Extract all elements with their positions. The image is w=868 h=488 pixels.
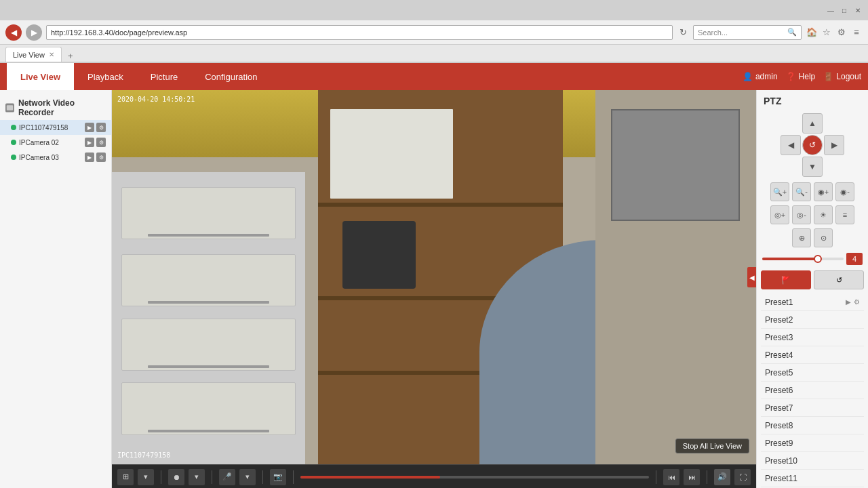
separator-4 [293,470,294,484]
ptz-speed-slider[interactable] [762,258,844,260]
drawer-3 [121,319,296,371]
snapshot-btn[interactable]: 📷 [270,469,286,485]
ptz-zoom-row-2: ◎+ ◎- ☀ ≡ [761,205,864,224]
main-content: Network Video Recorder IPC1107479158 ▶ ⚙… [0,90,868,488]
ptz-wiper-btn[interactable]: ≡ [835,205,854,224]
camera-icons-1: ▶ ⚙ [85,123,106,132]
stop-live-view-btn[interactable]: Stop All Live View [675,439,749,453]
nav-playback[interactable]: Playback [74,63,137,90]
camera-status-dot-2 [11,140,16,145]
ptz-right-btn[interactable]: ▶ [824,135,844,155]
audio-dropdown-btn[interactable]: ▾ [239,469,256,485]
preset-1-call-icon[interactable]: ▶ [846,298,851,306]
fullscreen-btn[interactable]: ⛶ [734,469,751,485]
ptz-tab-preset[interactable]: 🚩 [761,270,811,289]
preset-item-4[interactable]: Preset4 [761,346,864,364]
preset-item-1[interactable]: Preset1 ▶ ⚙ [761,293,864,311]
nav-picture[interactable]: Picture [137,63,191,90]
settings-icon[interactable]: ⚙ [835,26,848,39]
preset-item-10[interactable]: Preset10 [761,452,864,470]
close-btn[interactable]: ✕ [853,5,863,15]
camera-stream-icon-3[interactable]: ▶ [85,152,94,162]
search-bar[interactable]: Search... 🔍 [693,25,802,40]
ptz-action-2-btn[interactable]: ⊙ [814,228,833,247]
refresh-icon[interactable]: ↻ [677,26,689,39]
ptz-light-btn[interactable]: ☀ [814,205,833,224]
camera-icons-2: ▶ ⚙ [85,138,106,147]
new-tab-icon[interactable]: + [64,49,77,62]
audio-btn[interactable]: 🎤 [219,469,235,485]
tab-close-icon[interactable]: ✕ [49,51,54,58]
maximize-btn[interactable]: □ [840,5,849,15]
camera-stream-icon-1[interactable]: ▶ [85,123,94,132]
record-dropdown-btn[interactable]: ▾ [189,469,205,485]
app-nav: Live View Playback Picture Configuration… [0,63,868,90]
camera-settings-icon-1[interactable]: ⚙ [96,123,106,132]
timeline-progress[interactable] [300,476,649,479]
camera-settings-icon-3[interactable]: ⚙ [96,152,106,162]
nav-live-view[interactable]: Live View [7,63,74,90]
ptz-center-btn[interactable]: ↺ [802,135,823,155]
preset-1-settings-icon[interactable]: ⚙ [854,298,860,306]
layout-btn[interactable]: ⊞ [117,469,134,485]
tab-label: Live View [13,51,45,59]
ptz-iris-close-btn[interactable]: ◎- [792,205,811,224]
preset-item-11[interactable]: Preset11 [761,470,864,487]
browser-chrome: — □ ✕ ◀ ▶ http://192.168.3.40/doc/page/p… [0,0,868,63]
address-bar[interactable]: http://192.168.3.40/doc/page/preview.asp [46,25,673,40]
nav-bar: ◀ ▶ http://192.168.3.40/doc/page/preview… [0,20,868,45]
minimize-btn[interactable]: — [826,5,835,15]
prev-frame-btn[interactable]: ⏮ [663,469,679,485]
ptz-left-btn[interactable]: ◀ [781,135,801,155]
ptz-iris-open-btn[interactable]: ◎+ [770,205,789,224]
ptz-up-btn[interactable]: ▲ [802,113,823,134]
ptz-zoom-out-btn[interactable]: 🔍- [792,182,811,201]
preset-item-3[interactable]: Preset3 [761,329,864,346]
side-collapse-btn[interactable]: ◀ [747,267,756,287]
search-icon: 🔍 [787,28,797,37]
user-icon: 👤 [743,72,753,81]
ptz-down-btn[interactable]: ▼ [802,157,823,177]
camera-status-dot-1 [11,125,16,130]
nvr-icon [5,103,14,113]
forward-btn[interactable]: ▶ [26,24,42,41]
preset-list: Preset1 ▶ ⚙ Preset2 Preset3 Preset4 Pres… [761,293,864,488]
ptz-zoom-in-btn[interactable]: 🔍+ [770,182,789,201]
record-btn[interactable]: ⏺ [168,469,184,485]
ptz-focus-far-btn[interactable]: ◉- [835,182,854,201]
camera-item-2[interactable]: IPCamera 02 ▶ ⚙ [0,135,111,150]
logout-btn[interactable]: 🚪 Logout [823,72,861,81]
back-btn[interactable]: ◀ [5,24,22,41]
ptz-speed-value: 4 [846,253,863,265]
ptz-tab-patrol[interactable]: ↺ [814,270,864,289]
nav-icons: 🏠 ☆ ⚙ ≡ [806,26,863,39]
preset-item-6[interactable]: Preset6 [761,382,864,399]
home-icon[interactable]: 🏠 [806,26,818,39]
preset-item-5[interactable]: Preset5 [761,364,864,382]
ptz-empty-tr [824,113,844,134]
drawer-2 [121,254,296,307]
ptz-action-1-btn[interactable]: ⊕ [792,228,811,247]
preset-item-2[interactable]: Preset2 [761,311,864,329]
preset-item-9[interactable]: Preset9 [761,434,864,452]
menu-icon[interactable]: ≡ [850,26,863,39]
camera-item-1[interactable]: IPC1107479158 ▶ ⚙ [0,120,111,135]
camera-item-3[interactable]: IPCamera 03 ▶ ⚙ [0,150,111,165]
camera-stream-icon-2[interactable]: ▶ [85,138,94,147]
ptz-speed-handle[interactable] [814,255,822,263]
help-btn[interactable]: ❓ Help [786,72,816,81]
preset-item-7[interactable]: Preset7 [761,399,864,417]
admin-btn[interactable]: 👤 admin [743,72,778,81]
ptz-empty-bl [781,157,801,177]
next-frame-btn[interactable]: ⏭ [684,469,700,485]
separator-6 [707,470,707,484]
camera-settings-icon-2[interactable]: ⚙ [96,138,106,147]
star-icon[interactable]: ☆ [821,26,833,39]
volume-btn[interactable]: 🔊 [714,469,730,485]
preset-item-8[interactable]: Preset8 [761,417,864,434]
browser-tab[interactable]: Live View ✕ [5,47,62,62]
drawer-handle-3 [148,365,269,368]
ptz-focus-near-btn[interactable]: ◉+ [814,182,833,201]
layout-dropdown-btn[interactable]: ▾ [138,469,154,485]
nav-configuration[interactable]: Configuration [191,63,271,90]
